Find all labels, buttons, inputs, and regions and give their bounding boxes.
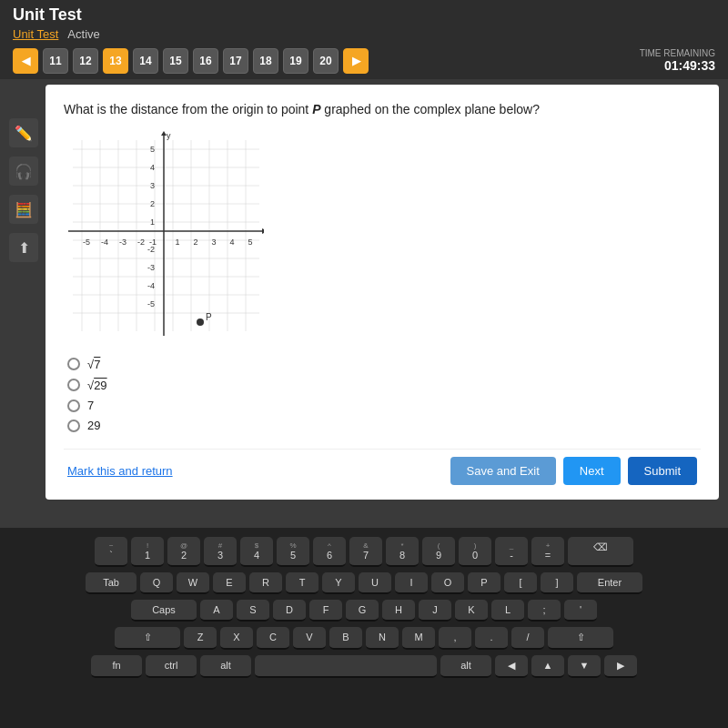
breadcrumb-link[interactable]: Unit Test xyxy=(13,27,58,41)
key-o[interactable]: O xyxy=(431,572,464,594)
key-bracket-r[interactable]: ] xyxy=(541,572,573,594)
page-20-button[interactable]: 20 xyxy=(313,48,339,74)
choice-d: 29 xyxy=(67,419,701,432)
svg-text:y: y xyxy=(167,131,171,140)
key-l[interactable]: L xyxy=(491,600,524,622)
key-ctrl[interactable]: ctrl xyxy=(146,655,197,678)
key-k[interactable]: K xyxy=(455,600,488,622)
key-d[interactable]: D xyxy=(273,600,306,622)
key-h[interactable]: H xyxy=(382,600,415,622)
key-4[interactable]: $4 xyxy=(240,537,273,567)
choice-a-label: √7 xyxy=(87,357,100,371)
key-z[interactable]: Z xyxy=(184,627,217,650)
choice-d-label: 29 xyxy=(87,419,100,432)
save-exit-button[interactable]: Save and Exit xyxy=(450,457,556,485)
page-12-button[interactable]: 12 xyxy=(73,48,98,74)
question-text: What is the distance from the origin to … xyxy=(64,101,701,119)
key-1[interactable]: !1 xyxy=(131,537,164,567)
radio-d[interactable] xyxy=(67,420,80,432)
page-18-button[interactable]: 18 xyxy=(253,48,278,74)
svg-text:-3: -3 xyxy=(147,263,155,272)
key-p[interactable]: P xyxy=(468,572,500,594)
page-13-button[interactable]: 13 xyxy=(103,48,128,74)
key-u[interactable]: U xyxy=(359,572,391,594)
page-19-button[interactable]: 19 xyxy=(283,48,308,74)
key-3[interactable]: #3 xyxy=(204,537,237,567)
key-5[interactable]: %5 xyxy=(277,537,309,567)
key-backspace[interactable]: ⌫ xyxy=(568,537,633,567)
svg-text:4: 4 xyxy=(150,163,155,172)
key-tab[interactable]: Tab xyxy=(86,572,136,594)
submit-button[interactable]: Submit xyxy=(628,457,697,485)
key-f[interactable]: F xyxy=(309,600,342,622)
prev-page-button[interactable]: ◀ xyxy=(13,48,38,74)
page-15-button[interactable]: 15 xyxy=(163,48,188,74)
key-8[interactable]: *8 xyxy=(386,537,419,567)
graph-container: -5 -4 -3 -2 -1 1 2 3 4 5 x 5 4 3 2 1 -2 … xyxy=(64,131,701,340)
key-j[interactable]: J xyxy=(419,600,451,622)
key-comma[interactable]: , xyxy=(439,627,471,650)
page-16-button[interactable]: 16 xyxy=(193,48,218,74)
key-2[interactable]: @2 xyxy=(167,537,200,567)
key-quote[interactable]: ' xyxy=(564,600,597,622)
key-bracket-l[interactable]: [ xyxy=(504,572,537,594)
kb-row-2: Tab Q W E R T Y U I O P [ ] Enter xyxy=(86,572,642,594)
svg-text:P: P xyxy=(206,312,212,322)
key-s[interactable]: S xyxy=(237,600,269,622)
key-n[interactable]: N xyxy=(366,627,399,650)
nav-row: ◀ 11 12 13 14 15 16 17 18 19 20 ▶ TIME R… xyxy=(0,45,728,79)
key-alt-r[interactable]: alt xyxy=(440,655,491,678)
key-alt[interactable]: alt xyxy=(200,655,251,678)
key-a[interactable]: A xyxy=(200,600,233,622)
choice-c: 7 xyxy=(67,399,701,412)
key-slash[interactable]: / xyxy=(511,627,544,650)
key-y[interactable]: Y xyxy=(322,572,355,594)
key-6[interactable]: ^6 xyxy=(313,537,346,567)
key-semicolon[interactable]: ; xyxy=(528,600,561,622)
key-minus[interactable]: _- xyxy=(495,537,528,567)
key-c[interactable]: C xyxy=(257,627,289,650)
key-shift-l[interactable]: ⇧ xyxy=(115,627,180,650)
key-t[interactable]: T xyxy=(286,572,318,594)
key-q[interactable]: Q xyxy=(140,572,173,594)
key-right[interactable]: ▶ xyxy=(604,655,637,678)
page-14-button[interactable]: 14 xyxy=(133,48,158,74)
key-w[interactable]: W xyxy=(177,572,209,594)
key-9[interactable]: (9 xyxy=(422,537,455,567)
key-m[interactable]: M xyxy=(402,627,435,650)
key-g[interactable]: G xyxy=(346,600,379,622)
key-fn[interactable]: fn xyxy=(91,655,142,678)
key-tilde[interactable]: ~` xyxy=(95,537,127,567)
radio-b[interactable] xyxy=(67,379,80,391)
zoom-icon[interactable]: ⬆ xyxy=(9,233,38,262)
key-equals[interactable]: += xyxy=(531,537,564,567)
key-7[interactable]: &7 xyxy=(349,537,382,567)
calculator-icon[interactable]: 🧮 xyxy=(9,195,38,224)
radio-a[interactable] xyxy=(67,358,80,370)
key-left[interactable]: ◀ xyxy=(495,655,528,678)
next-page-button[interactable]: ▶ xyxy=(343,48,369,74)
key-e[interactable]: E xyxy=(213,572,246,594)
svg-text:5: 5 xyxy=(150,145,155,154)
key-i[interactable]: I xyxy=(395,572,428,594)
page-17-button[interactable]: 17 xyxy=(223,48,248,74)
pencil-icon[interactable]: ✏️ xyxy=(9,118,38,147)
key-r[interactable]: R xyxy=(249,572,282,594)
key-shift-r[interactable]: ⇧ xyxy=(548,627,613,650)
key-enter[interactable]: Enter xyxy=(577,572,642,594)
radio-c[interactable] xyxy=(67,399,80,412)
headphone-icon[interactable]: 🎧 xyxy=(9,157,38,186)
mark-return-link[interactable]: Mark this and return xyxy=(67,464,173,478)
key-0[interactable]: )0 xyxy=(459,537,491,567)
key-up[interactable]: ▲ xyxy=(531,655,564,678)
key-period[interactable]: . xyxy=(475,627,508,650)
key-caps[interactable]: Caps xyxy=(131,600,197,622)
key-x[interactable]: X xyxy=(220,627,253,650)
key-down[interactable]: ▼ xyxy=(568,655,601,678)
key-v[interactable]: V xyxy=(293,627,326,650)
next-button[interactable]: Next xyxy=(563,457,621,485)
page-11-button[interactable]: 11 xyxy=(43,48,68,74)
key-b[interactable]: B xyxy=(329,627,362,650)
svg-text:1: 1 xyxy=(150,217,155,227)
key-space[interactable] xyxy=(255,655,437,678)
